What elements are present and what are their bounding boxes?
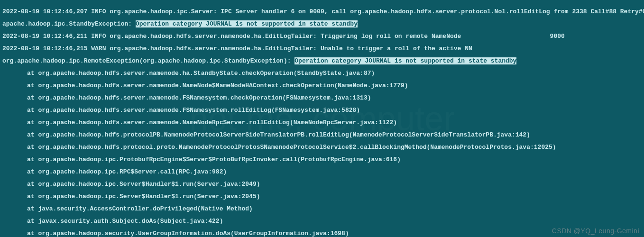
- log-line: 2022-08-19 10:12:46,211 INFO org.apache.…: [2, 33, 642, 39]
- stack-trace-line: at org.apache.hadoop.hdfs.protocolPB.Nam…: [2, 132, 642, 138]
- stack-trace-line: at org.apache.hadoop.ipc.Server$Handler$…: [2, 193, 642, 200]
- stack-trace-line: at javax.security.auth.Subject.doAs(Subj…: [2, 218, 642, 224]
- log-text: 2022-08-19 10:12:46,207 INFO org.apache.…: [2, 8, 498, 15]
- stack-trace-line: at org.apache.hadoop.hdfs.server.namenod…: [2, 107, 642, 113]
- log-text: 2338 Call#88 Retry#0: org.: [572, 8, 644, 15]
- stack-trace-line: at org.apache.hadoop.hdfs.server.namenod…: [2, 95, 642, 101]
- stack-trace-line: at java.security.AccessController.doPriv…: [2, 206, 642, 212]
- log-line: 2022-08-19 10:12:46,215 WARN org.apache.…: [2, 46, 642, 52]
- stack-trace-line: at org.apache.hadoop.security.UserGroupI…: [2, 230, 642, 237]
- csdn-watermark: CSDN @YQ_Leung-Gemini: [552, 228, 639, 234]
- stack-trace-line: at org.apache.hadoop.ipc.RPC$Server.call…: [2, 169, 642, 175]
- log-text: apache.hadoop.ipc.StandbyException:: [2, 20, 136, 27]
- stack-trace-line: at org.apache.hadoop.hdfs.server.namenod…: [2, 70, 642, 76]
- stack-trace-line: at org.apache.hadoop.hdfs.server.namenod…: [2, 82, 642, 89]
- highlighted-text: Operation category JOURNAL is not suppor…: [136, 20, 358, 27]
- highlighted-text: Operation category JOURNAL is not suppor…: [294, 57, 516, 64]
- stack-trace-line: at org.apache.hadoop.hdfs.protocol.proto…: [2, 144, 642, 150]
- stack-trace-line: at org.apache.hadoop.ipc.ProtobufRpcEngi…: [2, 156, 642, 163]
- log-line: 2022-08-19 10:12:46,207 INFO org.apache.…: [2, 9, 642, 15]
- stack-trace-line: at org.apache.hadoop.hdfs.server.namenod…: [2, 119, 642, 126]
- stack-trace-line: at org.apache.hadoop.ipc.Server$Handler$…: [2, 181, 642, 187]
- log-text: org.apache.hadoop.ipc.RemoteException(or…: [2, 57, 294, 64]
- log-line: org.apache.hadoop.ipc.RemoteException(or…: [2, 58, 642, 64]
- log-line: apache.hadoop.ipc.StandbyException: Oper…: [2, 21, 642, 27]
- log-text: ol.rollEditLog from: [498, 8, 572, 15]
- log-output: 2022-08-19 10:12:46,207 INFO org.apache.…: [0, 0, 644, 237]
